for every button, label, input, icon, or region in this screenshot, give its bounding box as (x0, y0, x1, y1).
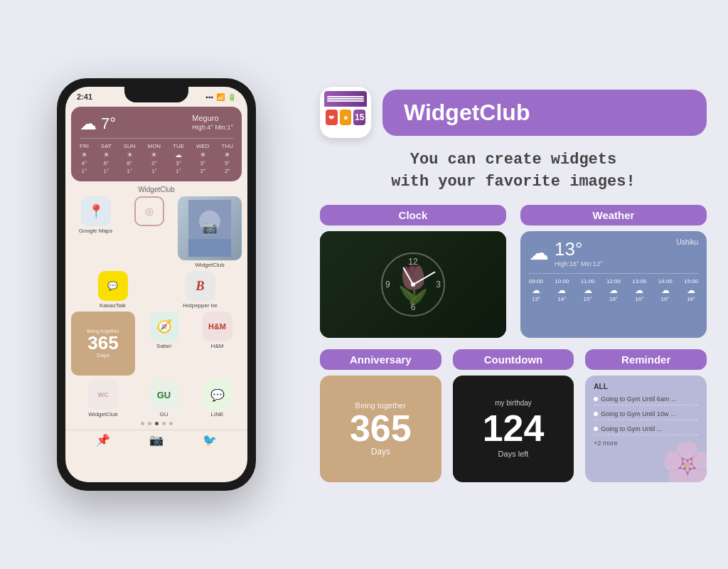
circle-icon: ◎ (134, 196, 164, 226)
safari-label: Safari (156, 343, 171, 349)
brand-name: WidgetClub (404, 100, 530, 125)
clock-9: 9 (385, 280, 390, 289)
phone-section: 2:41 ▪▪▪ 📶 🔋 ☁ 7° Me (21, 78, 291, 491)
bottom-icon-3[interactable]: 🐦 (203, 433, 217, 447)
safari-icon: 🧭 (149, 312, 179, 341)
photo-widget[interactable]: 📷 WidgetClub (178, 196, 242, 268)
google-maps-app[interactable]: 📍 Google Maps (71, 196, 120, 234)
widgetclub-icon-2: WC (88, 380, 118, 410)
kakao-label: KakaoTalk (100, 302, 126, 309)
phone-app-grid-3: Being together 365 Days 🧭 Safari H&M H&M (71, 312, 242, 418)
weather-preview-location: Ushiku (676, 238, 698, 246)
weather-col: Weather ☁ 13° High:16° Min:12° Ushiku (520, 205, 707, 338)
phone-weather-location: Meguro (192, 114, 233, 122)
hm-icon: H&M (203, 312, 232, 341)
countdown-badge[interactable]: Countdown (453, 349, 574, 370)
weather-badge[interactable]: Weather (520, 205, 707, 225)
clock-hour-hand (402, 267, 414, 284)
battery-icon: 🔋 (228, 93, 236, 101)
phone-weather-forecast: FRI☀4°1° SAT☀6°1° SUN☀8°1° MON☀2°1° TUE☁… (80, 138, 233, 174)
wifi-icon: 📶 (216, 93, 225, 101)
weather-preview-highlow: High:16° Min:12° (555, 260, 603, 267)
phone-widget-club-label: WidgetClub (65, 186, 247, 193)
reminder-item-2: Going to Gym Until 10w ... (594, 408, 698, 420)
phone-weather-widget[interactable]: ☁ 7° Meguro High:4° Min:1° FRI☀4°1° SAT☀… (71, 107, 242, 181)
phone-frame: 2:41 ▪▪▪ 📶 🔋 ☁ 7° Me (57, 78, 256, 491)
photo-placeholder: 📷 (178, 196, 242, 260)
phone-anniversary-widget[interactable]: Being together 365 Days (71, 312, 135, 376)
photo-display: 📷 (178, 196, 242, 260)
kakao-app[interactable]: 💬 KakaoTalk (71, 271, 154, 309)
weather-preview: ☁ 13° High:16° Min:12° Ushiku 09:00☁13° … (520, 231, 707, 338)
reminder-dot-1 (594, 397, 598, 401)
line-label: LINE (211, 411, 224, 418)
clock-3: 3 (436, 280, 441, 289)
widgetclub-app-2[interactable]: WC WidgetClub (71, 380, 135, 418)
bottom-icon-1[interactable]: 📌 (96, 433, 110, 447)
widgetclub-photo-label: WidgetClub (195, 262, 224, 268)
reminder-badge[interactable]: Reminder (585, 349, 707, 370)
reminder-dot-2 (594, 412, 598, 416)
reminder-col: Reminder 🌸 ALL Going to Gym Until 6am ..… (585, 349, 707, 482)
reminder-all-label: ALL (594, 383, 698, 390)
clock-min-hand (413, 271, 436, 284)
logo-icons-row: ❤ ★ 15 (324, 108, 367, 134)
phone-weather-cloud-icon: ☁ (80, 114, 97, 134)
dot-5 (169, 422, 173, 425)
tagline: You can create widgets with your favorit… (320, 149, 707, 193)
status-icons: ▪▪▪ 📶 🔋 (205, 93, 236, 101)
time-display: 2:41 (77, 92, 92, 101)
weather-preview-temp: 13° (555, 238, 603, 260)
widget-types-row-1: Clock 🌷 12 3 6 9 (320, 205, 707, 338)
dot-1 (141, 422, 144, 425)
maps-icon: 📍 (81, 196, 111, 226)
logo-yellow-icon: ★ (340, 110, 352, 125)
safari-app[interactable]: 🧭 Safari (139, 312, 188, 376)
anniversary-col: Anniversary Being together 365 Days (320, 349, 441, 482)
phone-weather-temp: 7° (101, 115, 116, 133)
logo-line-area (324, 91, 367, 107)
gu-label: GU (160, 411, 168, 418)
dot-4 (162, 422, 166, 425)
clock-face: 12 3 6 9 (381, 252, 445, 317)
anniv-number: 365 (87, 334, 118, 352)
anniv-subtitle: Being together (87, 329, 119, 334)
weather-preview-forecast: 09:00☁13° 10:00☁14° 11:00☁15° 12:00☁16° … (529, 273, 698, 302)
anniversary-badge[interactable]: Anniversary (320, 349, 441, 370)
cd-unit: Days left (498, 450, 529, 458)
reminder-preview: 🌸 ALL Going to Gym Until 6am ... Going t… (585, 376, 707, 482)
ap-unit: Days (371, 447, 390, 457)
hotpepper-app[interactable]: B Hotpepper be (159, 271, 242, 309)
circle-app[interactable]: ◎ (124, 196, 173, 234)
clock-12: 12 (408, 257, 417, 267)
logo-inner: ❤ ★ 15 (324, 91, 367, 134)
weather-preview-cloud-icon: ☁ (529, 241, 549, 265)
page-dots (65, 422, 247, 425)
app-logo[interactable]: ❤ ★ 15 (320, 87, 371, 138)
tagline-line1: You can create widgets (320, 149, 707, 171)
hm-app[interactable]: H&M H&M (193, 312, 242, 376)
clock-col: Clock 🌷 12 3 6 9 (320, 205, 506, 338)
clock-badge[interactable]: Clock (320, 205, 506, 225)
countdown-preview: my birthday 124 Days left (453, 376, 574, 482)
line-app[interactable]: 💬 LINE (193, 380, 242, 418)
cd-number: 124 (483, 410, 545, 447)
logo-red-icon: ❤ (326, 110, 338, 125)
anniv-unit: Days (97, 352, 109, 358)
right-section: ❤ ★ 15 WidgetClub You can create widgets… (320, 87, 707, 482)
bottom-icons: 📌 📷 🐦 (65, 430, 247, 450)
kakao-icon: 💬 (98, 271, 128, 301)
signal-icon: ▪▪▪ (205, 93, 213, 101)
countdown-col: Countdown my birthday 124 Days left (453, 349, 574, 482)
hotpepper-label: Hotpepper be (183, 302, 217, 309)
gu-app[interactable]: GU GU (139, 380, 188, 418)
widgetclub-label-2: WidgetClub (88, 411, 117, 418)
phone-weather-highlow: High:4° Min:1° (192, 124, 233, 131)
clock-6: 6 (411, 302, 416, 312)
phone-app-grid-2: 💬 KakaoTalk B Hotpepper be (71, 271, 242, 309)
hm-label: H&M (211, 343, 224, 349)
header-row: ❤ ★ 15 WidgetClub (320, 87, 707, 138)
clock-preview: 🌷 12 3 6 9 (320, 231, 506, 338)
phone-screen: 2:41 ▪▪▪ 📶 🔋 ☁ 7° Me (65, 87, 247, 482)
bottom-icon-2[interactable]: 📷 (149, 433, 164, 447)
